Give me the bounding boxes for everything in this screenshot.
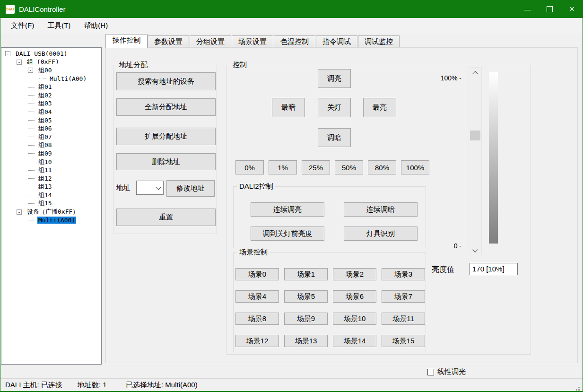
- tree-item[interactable]: 组04: [1, 108, 101, 116]
- tree-item[interactable]: 组07: [1, 133, 101, 141]
- dim-down-button[interactable]: 调暗: [318, 128, 351, 147]
- tree-connector: [28, 129, 35, 129]
- scene-button-3[interactable]: 场景3: [382, 268, 425, 280]
- tree-connector: [39, 78, 46, 79]
- tab-scene-settings[interactable]: 场景设置: [232, 35, 273, 47]
- tab-command-debug[interactable]: 指令调试: [316, 35, 357, 47]
- percent-button-100[interactable]: 100%: [401, 160, 429, 174]
- scene-button-2[interactable]: 场景2: [333, 268, 376, 280]
- tree-item-label: 组11: [37, 166, 53, 174]
- tree-item[interactable]: 组15: [1, 200, 101, 208]
- tree-item-label: 组01: [37, 83, 53, 91]
- maximize-button[interactable]: [539, 0, 561, 18]
- window-controls: — ×: [516, 0, 583, 18]
- tab-debug-monitor[interactable]: 调试监控: [358, 35, 400, 47]
- brightness-scrollbar[interactable]: [469, 67, 482, 255]
- tab-group-settings[interactable]: 分组设置: [190, 35, 231, 47]
- tree-item[interactable]: -设备（广播0xFF）: [1, 208, 101, 216]
- address-combobox[interactable]: [136, 181, 164, 195]
- modify-address-button[interactable]: 修改地址: [166, 180, 215, 197]
- percent-button-50[interactable]: 50%: [335, 160, 363, 174]
- scene-button-10[interactable]: 场景10: [333, 313, 376, 325]
- reset-button[interactable]: 重置: [116, 209, 216, 226]
- tree-item[interactable]: 组06: [1, 124, 101, 133]
- percent-button-1[interactable]: 1%: [269, 160, 297, 174]
- tree-item[interactable]: 组12: [1, 174, 101, 183]
- tree-connector: [28, 87, 35, 87]
- tree-item-label: 组13: [37, 183, 53, 191]
- tree-item[interactable]: Multi(A00): [1, 216, 101, 225]
- recall-last-level-button[interactable]: 调到关灯前亮度: [251, 226, 324, 241]
- scene-button-15[interactable]: 场景15: [382, 335, 425, 347]
- menu-item-file[interactable]: 文件(F): [6, 19, 39, 33]
- assign-new-address-button[interactable]: 全新分配地址: [116, 98, 216, 116]
- linear-dimming-row: 线性调光: [427, 367, 466, 376]
- brightness-gradient-bar: [489, 72, 498, 244]
- tree-item-label: 设备（广播0xFF）: [26, 208, 79, 216]
- scroll-up-button[interactable]: [469, 70, 481, 78]
- delete-address-button[interactable]: 删除地址: [116, 153, 216, 170]
- continuous-dim-up-button[interactable]: 连续调亮: [251, 202, 324, 217]
- scene-button-7[interactable]: 场景7: [382, 290, 425, 303]
- collapse-icon[interactable]: -: [17, 209, 22, 215]
- percent-button-0[interactable]: 0%: [235, 160, 264, 174]
- search-addressed-devices-button[interactable]: 搜索有地址的设备: [116, 72, 216, 90]
- menu-item-help[interactable]: 帮助(H): [79, 19, 113, 33]
- close-button[interactable]: ×: [561, 0, 583, 18]
- scene-button-12[interactable]: 场景12: [235, 335, 279, 347]
- scene-group-title: 场景控制: [237, 248, 270, 257]
- tree-item[interactable]: 组05: [1, 116, 101, 125]
- tree-item[interactable]: 组01: [1, 83, 101, 91]
- tree-item[interactable]: 组09: [1, 149, 101, 158]
- scrollbar-thumb[interactable]: [470, 131, 480, 140]
- scene-button-grid: 场景0场景1场景2场景3场景4场景5场景6场景7场景8场景9场景10场景11场景…: [235, 268, 425, 347]
- collapse-icon[interactable]: -: [17, 60, 22, 65]
- status-host: DALI 主机: 已连接: [5, 381, 62, 390]
- lamp-identify-button[interactable]: 灯具识别: [344, 226, 418, 241]
- tree-item[interactable]: 组13: [1, 183, 101, 192]
- tab-color-temperature-control[interactable]: 色温控制: [274, 35, 315, 47]
- tree-item[interactable]: 组11: [1, 166, 101, 174]
- tree-item[interactable]: -组00: [1, 66, 101, 75]
- tree-item[interactable]: 组03: [1, 100, 101, 108]
- scene-button-13[interactable]: 场景13: [284, 335, 328, 347]
- scene-button-14[interactable]: 场景14: [333, 335, 376, 347]
- collapse-icon[interactable]: -: [5, 51, 10, 56]
- tree-item[interactable]: 组14: [1, 191, 101, 200]
- tree-item-label: 组04: [37, 108, 53, 116]
- max-brightness-button[interactable]: 最亮: [363, 98, 396, 117]
- scene-button-5[interactable]: 场景5: [284, 290, 328, 303]
- scene-button-1[interactable]: 场景1: [284, 268, 328, 280]
- tree-item[interactable]: -DALI USB(0001): [1, 50, 101, 58]
- brightness-value-input[interactable]: 170 [10%]: [470, 263, 518, 275]
- scene-button-8[interactable]: 场景8: [235, 313, 279, 325]
- linear-dimming-checkbox[interactable]: [427, 369, 434, 375]
- scene-button-9[interactable]: 场景9: [284, 313, 328, 325]
- scroll-down-button[interactable]: [469, 246, 481, 254]
- tree-item[interactable]: 组10: [1, 158, 101, 166]
- device-tree[interactable]: -DALI USB(0001)-组 (0xFF)-组00Multi(A00)组0…: [1, 47, 102, 365]
- tree-item[interactable]: Multi(A00): [1, 75, 101, 83]
- min-brightness-button[interactable]: 最暗: [272, 98, 305, 117]
- menu-item-tools[interactable]: 工具(T): [43, 19, 75, 33]
- scene-button-0[interactable]: 场景0: [235, 268, 279, 280]
- tree-item[interactable]: -组 (0xFF): [1, 58, 101, 67]
- tree-connector: [28, 104, 35, 104]
- tree-item-label: 组03: [37, 99, 53, 108]
- tab-operation-control[interactable]: 操作控制: [105, 34, 148, 48]
- percent-button-25[interactable]: 25%: [302, 160, 330, 174]
- tree-item[interactable]: 组02: [1, 91, 101, 100]
- scene-button-11[interactable]: 场景11: [382, 313, 425, 325]
- minimize-button[interactable]: —: [516, 0, 539, 18]
- scene-button-6[interactable]: 场景6: [333, 290, 376, 303]
- tab-parameter-settings[interactable]: 参数设置: [148, 35, 189, 47]
- collapse-icon[interactable]: -: [28, 68, 33, 73]
- continuous-dim-down-button[interactable]: 连续调暗: [344, 202, 418, 217]
- resize-grip-icon[interactable]: [578, 387, 580, 388]
- percent-button-80[interactable]: 80%: [368, 160, 396, 174]
- dim-up-button[interactable]: 调亮: [318, 69, 351, 88]
- extend-assign-address-button[interactable]: 扩展分配地址: [116, 128, 216, 145]
- scene-button-4[interactable]: 场景4: [235, 290, 279, 303]
- tree-item[interactable]: 组08: [1, 141, 101, 150]
- lamp-off-button[interactable]: 关灯: [318, 98, 351, 117]
